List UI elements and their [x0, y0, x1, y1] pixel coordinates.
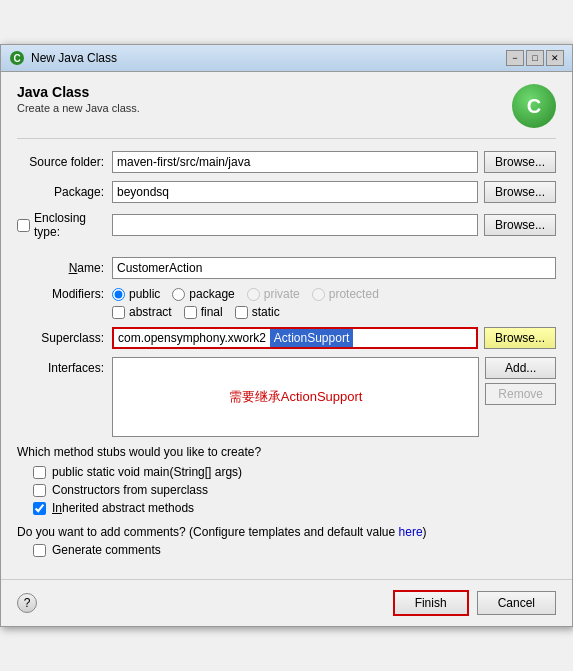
modifiers-label: Modifiers: — [17, 287, 112, 301]
modifier-final-label: final — [201, 305, 223, 319]
modifiers-row: Modifiers: public package private protec… — [17, 287, 556, 301]
svg-text:C: C — [13, 53, 20, 64]
source-folder-label: Source folder: — [17, 155, 112, 169]
modifier-checks-row: abstract final static — [112, 305, 556, 319]
stub-constructors-checkbox[interactable] — [33, 484, 46, 497]
title-bar-left: C New Java Class — [9, 50, 117, 66]
superclass-normal-text: com.opensymphony.xwork2 — [114, 329, 270, 347]
modifier-private-label: private — [264, 287, 300, 301]
source-folder-input[interactable] — [112, 151, 478, 173]
interfaces-remove-button[interactable]: Remove — [485, 383, 556, 405]
help-button[interactable]: ? — [17, 593, 37, 613]
maximize-button[interactable]: □ — [526, 50, 544, 66]
new-java-class-dialog: C New Java Class − □ ✕ Java Class Create… — [0, 44, 573, 627]
name-row: Name: — [17, 257, 556, 279]
stub-main-checkbox[interactable] — [33, 466, 46, 479]
stub-row-2: Constructors from superclass — [33, 483, 556, 497]
superclass-highlight-text: ActionSupport — [270, 329, 353, 347]
modifier-protected-label: protected — [329, 287, 379, 301]
modifier-public-radio[interactable] — [112, 288, 125, 301]
dialog-subtitle: Create a new Java class. — [17, 102, 140, 114]
modifier-final-checkbox[interactable] — [184, 306, 197, 319]
enclosing-type-row: Enclosing type: Browse... — [17, 211, 556, 239]
title-bar: C New Java Class − □ ✕ — [1, 45, 572, 72]
dialog-content: Java Class Create a new Java class. C So… — [1, 72, 572, 579]
modifier-public-label: public — [129, 287, 160, 301]
modifier-private-radio[interactable] — [247, 288, 260, 301]
generate-comments-label: Generate comments — [52, 543, 161, 557]
superclass-input-wrapper[interactable]: com.opensymphony.xwork2 ActionSupport — [112, 327, 478, 349]
modifier-protected-radio[interactable] — [312, 288, 325, 301]
stub-row-3: Inherited abstract methods — [33, 501, 556, 515]
dialog-title: Java Class — [17, 84, 140, 100]
header-text: Java Class Create a new Java class. — [17, 84, 140, 114]
modifier-package-label: package — [189, 287, 234, 301]
package-input[interactable] — [112, 181, 478, 203]
finish-button[interactable]: Finish — [393, 590, 469, 616]
package-label: Package: — [17, 185, 112, 199]
interfaces-section: Interfaces: 需要继承ActionSupport Add... Rem… — [17, 357, 556, 437]
stubs-title: Which method stubs would you like to cre… — [17, 445, 556, 459]
interfaces-add-button[interactable]: Add... — [485, 357, 556, 379]
dialog-footer: ? Finish Cancel — [1, 579, 572, 626]
stub-constructors-label: Constructors from superclass — [52, 483, 208, 497]
interfaces-box[interactable]: 需要继承ActionSupport — [112, 357, 479, 437]
enclosing-type-label: Enclosing type: — [34, 211, 104, 239]
superclass-row: Superclass: com.opensymphony.xwork2 Acti… — [17, 327, 556, 349]
cancel-button[interactable]: Cancel — [477, 591, 556, 615]
comments-link[interactable]: here — [399, 525, 423, 539]
package-row: Package: Browse... — [17, 181, 556, 203]
name-input[interactable] — [112, 257, 556, 279]
name-label: Name: — [17, 261, 112, 275]
minimize-button[interactable]: − — [506, 50, 524, 66]
close-button[interactable]: ✕ — [546, 50, 564, 66]
interfaces-buttons: Add... Remove — [485, 357, 556, 405]
superclass-label: Superclass: — [17, 331, 112, 345]
generate-comments-row: Generate comments — [33, 543, 556, 557]
stub-inherited-checkbox[interactable] — [33, 502, 46, 515]
modifier-package-radio[interactable] — [172, 288, 185, 301]
modifier-static-checkbox[interactable] — [235, 306, 248, 319]
enclosing-type-checkbox[interactable] — [17, 219, 30, 232]
title-buttons: − □ ✕ — [506, 50, 564, 66]
superclass-browse-button[interactable]: Browse... — [484, 327, 556, 349]
interfaces-label: Interfaces: — [17, 357, 112, 375]
stubs-section: Which method stubs would you like to cre… — [17, 445, 556, 515]
stub-row-1: public static void main(String[] args) — [33, 465, 556, 479]
enclosing-type-input[interactable] — [112, 214, 478, 236]
stub-main-label: public static void main(String[] args) — [52, 465, 242, 479]
comments-section: Do you want to add comments? (Configure … — [17, 525, 556, 557]
header-section: Java Class Create a new Java class. C — [17, 84, 556, 139]
modifier-static-label: static — [252, 305, 280, 319]
window-title: New Java Class — [31, 51, 117, 65]
modifiers-radio-group: public package private protected — [112, 287, 387, 301]
modifier-abstract-label: abstract — [129, 305, 172, 319]
window-icon: C — [9, 50, 25, 66]
java-logo-icon: C — [512, 84, 556, 128]
enclosing-type-browse-button[interactable]: Browse... — [484, 214, 556, 236]
comments-question: Do you want to add comments? (Configure … — [17, 525, 556, 539]
stub-inherited-label: Inherited abstract methods — [52, 501, 194, 515]
source-folder-browse-button[interactable]: Browse... — [484, 151, 556, 173]
modifier-abstract-checkbox[interactable] — [112, 306, 125, 319]
source-folder-row: Source folder: Browse... — [17, 151, 556, 173]
generate-comments-checkbox[interactable] — [33, 544, 46, 557]
interfaces-hint-text: 需要继承ActionSupport — [229, 388, 363, 406]
package-browse-button[interactable]: Browse... — [484, 181, 556, 203]
footer-left: ? — [17, 593, 37, 613]
